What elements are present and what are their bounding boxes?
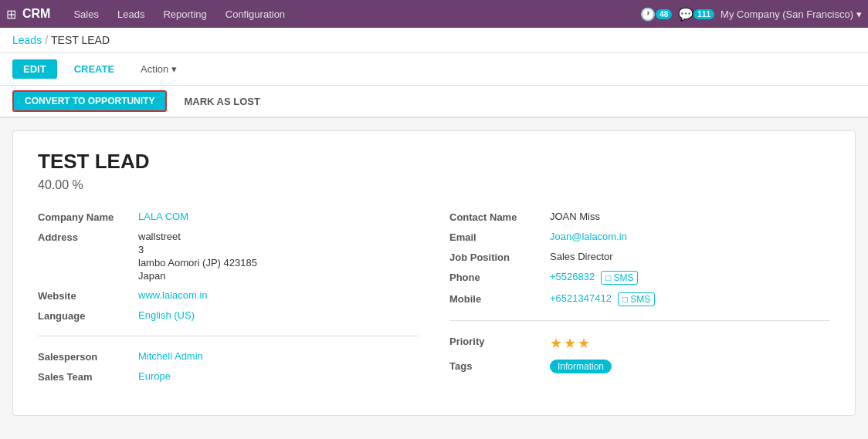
- sms-label-phone: SMS: [613, 272, 633, 283]
- label-tags: Tags: [449, 360, 550, 372]
- breadcrumb-separator: /: [45, 34, 48, 46]
- label-email: Email: [449, 231, 550, 243]
- label-sales-team: Sales Team: [38, 370, 138, 383]
- create-button[interactable]: CREATE: [63, 59, 125, 79]
- value-email[interactable]: Joan@lalacom.in: [550, 231, 627, 242]
- field-company-name: Company Name LALA COM: [38, 211, 419, 223]
- field-contact-name: Contact Name JOAN Miss: [449, 211, 830, 223]
- field-job-position: Job Position Sales Director: [449, 251, 830, 263]
- field-mobile: Mobile +6521347412 □ SMS: [449, 292, 830, 306]
- nav-configuration[interactable]: Configuration: [218, 5, 293, 23]
- label-website: Website: [38, 289, 138, 302]
- value-contact-name: JOAN Miss: [550, 211, 600, 222]
- label-company-name: Company Name: [38, 211, 138, 223]
- value-address: wallstreet 3 lambo Aomori (JP) 423185 Ja…: [138, 231, 257, 282]
- user-label: My Company (San Francisco): [721, 8, 853, 20]
- action-button[interactable]: Action ▾: [131, 59, 186, 79]
- field-language: Language English (US): [38, 309, 419, 322]
- clock-icon: 🕐: [640, 7, 656, 22]
- phone-sms-button[interactable]: □ SMS: [601, 271, 638, 285]
- record-title: TEST LEAD: [38, 150, 830, 174]
- top-menu: Sales Leads Reporting Configuration: [66, 5, 640, 23]
- app-brand: CRM: [22, 7, 50, 21]
- address-line4: Japan: [138, 270, 257, 282]
- tag-information[interactable]: Information: [550, 360, 612, 373]
- record-card: TEST LEAD 40.00 % Company Name LALA COM …: [12, 130, 856, 416]
- convert-bar: CONVERT TO OPPORTUNITY MARK AS LOST: [0, 86, 868, 118]
- field-address: Address wallstreet 3 lambo Aomori (JP) 4…: [38, 231, 419, 282]
- star-1[interactable]: ★: [550, 335, 562, 352]
- clock-count: 48: [656, 9, 672, 19]
- sms-icon-phone: □: [605, 272, 611, 283]
- value-language[interactable]: English (US): [138, 309, 195, 321]
- record-percent: 40.00 %: [38, 178, 830, 192]
- star-2[interactable]: ★: [564, 335, 576, 352]
- field-priority: Priority ★ ★ ★: [449, 335, 830, 352]
- action-chevron: ▾: [171, 63, 177, 75]
- breadcrumb: Leads / TEST LEAD: [0, 28, 868, 53]
- message-icon: 💬: [678, 7, 693, 22]
- breadcrumb-parent[interactable]: Leads: [12, 34, 42, 46]
- value-mobile[interactable]: +6521347412: [550, 292, 612, 304]
- address-line1: wallstreet: [138, 231, 257, 242]
- sms-label-mobile: SMS: [630, 294, 650, 305]
- field-website: Website www.lalacom.in: [38, 289, 419, 302]
- convert-to-opportunity-button[interactable]: CONVERT TO OPPORTUNITY: [12, 90, 167, 112]
- main-content: TEST LEAD 40.00 % Company Name LALA COM …: [0, 118, 868, 428]
- star-3[interactable]: ★: [578, 335, 590, 352]
- grid-icon[interactable]: ⊞: [6, 7, 16, 22]
- value-job-position: Sales Director: [550, 251, 613, 262]
- left-fields: Company Name LALA COM Address wallstreet…: [38, 211, 419, 390]
- user-menu[interactable]: My Company (San Francisco) ▾: [721, 8, 862, 20]
- action-label: Action: [141, 63, 168, 75]
- value-sales-team[interactable]: Europe: [138, 370, 171, 382]
- label-phone: Phone: [449, 271, 550, 283]
- value-salesperson[interactable]: Mitchell Admin: [138, 350, 203, 362]
- address-line2: 3: [138, 244, 257, 255]
- value-phone[interactable]: +5526832: [550, 271, 595, 282]
- label-contact-name: Contact Name: [449, 211, 550, 223]
- nav-leads[interactable]: Leads: [110, 5, 152, 23]
- message-badge[interactable]: 💬 111: [678, 7, 714, 22]
- label-language: Language: [38, 309, 138, 322]
- right-fields: Contact Name JOAN Miss Email Joan@lalaco…: [449, 211, 830, 390]
- field-sales-team: Sales Team Europe: [38, 370, 419, 383]
- field-tags: Tags Information: [449, 360, 830, 373]
- label-priority: Priority: [449, 335, 550, 347]
- label-address: Address: [38, 231, 138, 243]
- message-count: 111: [693, 9, 714, 19]
- user-chevron: ▾: [856, 8, 862, 20]
- label-mobile: Mobile: [449, 292, 550, 305]
- topnav-right: 🕐 48 💬 111 My Company (San Francisco) ▾: [640, 7, 862, 22]
- fields-section: Company Name LALA COM Address wallstreet…: [38, 211, 830, 390]
- label-salesperson: Salesperson: [38, 350, 138, 363]
- field-email: Email Joan@lalacom.in: [449, 231, 830, 243]
- edit-button[interactable]: EDIT: [12, 59, 57, 79]
- mobile-sms-button[interactable]: □ SMS: [618, 292, 655, 306]
- top-navigation: ⊞ CRM Sales Leads Reporting Configuratio…: [0, 0, 868, 28]
- field-salesperson: Salesperson Mitchell Admin: [38, 350, 419, 363]
- breadcrumb-current: TEST LEAD: [51, 34, 110, 46]
- nav-reporting[interactable]: Reporting: [155, 5, 214, 23]
- clock-badge[interactable]: 🕐 48: [640, 7, 672, 22]
- mark-as-lost-button[interactable]: MARK AS LOST: [176, 92, 267, 111]
- label-job-position: Job Position: [449, 251, 550, 263]
- priority-stars[interactable]: ★ ★ ★: [550, 335, 590, 352]
- toolbar: EDIT CREATE Action ▾: [0, 53, 868, 86]
- value-website[interactable]: www.lalacom.in: [138, 289, 208, 301]
- value-company-name[interactable]: LALA COM: [138, 211, 188, 222]
- address-line3: lambo Aomori (JP) 423185: [138, 257, 257, 268]
- field-phone: Phone +5526832 □ SMS: [449, 271, 830, 285]
- nav-sales[interactable]: Sales: [66, 5, 107, 23]
- sms-icon-mobile: □: [622, 294, 628, 305]
